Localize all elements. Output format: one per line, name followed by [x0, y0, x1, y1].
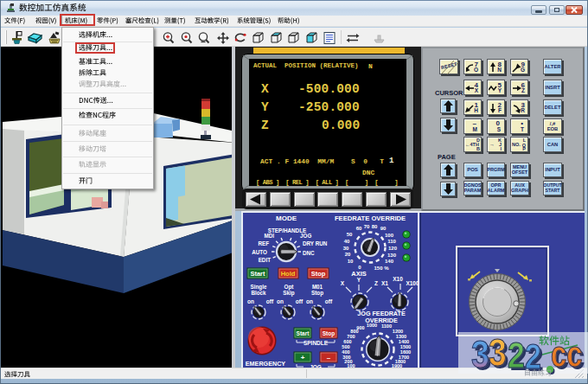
svg-text:Block: Block	[251, 290, 266, 296]
svg-text:150 %: 150 %	[374, 266, 389, 271]
svg-text:X100: X100	[406, 280, 419, 286]
svg-text:120: 120	[388, 246, 398, 251]
svg-text:DRY RUN: DRY RUN	[303, 240, 328, 246]
svg-text:on: on	[247, 298, 254, 304]
svg-text:110: 110	[387, 239, 396, 244]
svg-text:on: on	[306, 298, 313, 304]
svg-text:JOG: JOG	[300, 233, 311, 239]
svg-text:Start: Start	[250, 270, 265, 278]
svg-text:M01: M01	[312, 284, 323, 290]
svg-text:X10: X10	[393, 276, 403, 282]
svg-text:X1: X1	[381, 280, 388, 286]
svg-text:1000: 1000	[367, 323, 377, 328]
svg-text:Y: Y	[357, 277, 361, 283]
svg-text:Skip: Skip	[283, 290, 294, 297]
svg-text:70: 70	[364, 224, 370, 229]
svg-text:MDI: MDI	[264, 233, 274, 239]
svg-text:90: 90	[380, 226, 387, 231]
svg-text:60: 60	[356, 226, 362, 231]
svg-text:on: on	[277, 298, 284, 304]
svg-text:Stop: Stop	[323, 330, 335, 337]
svg-text:130: 130	[387, 253, 397, 258]
svg-text:50: 50	[347, 232, 353, 237]
svg-text:DNC: DNC	[303, 250, 315, 256]
svg-text:EDIT: EDIT	[259, 257, 271, 263]
svg-text:140: 140	[385, 259, 394, 264]
svg-text:40: 40	[344, 239, 350, 244]
svg-text:30: 30	[343, 246, 349, 251]
svg-text:Start: Start	[297, 330, 310, 336]
svg-text:EMERGENCY: EMERGENCY	[246, 360, 286, 368]
svg-text:Z: Z	[374, 280, 378, 286]
svg-text:1100: 1100	[381, 323, 392, 329]
svg-text:+: +	[301, 354, 305, 362]
svg-text:100: 100	[385, 233, 394, 238]
svg-text:REF: REF	[258, 240, 269, 246]
svg-text:AUTO: AUTO	[252, 249, 267, 255]
svg-text:SPINDLE: SPINDLE	[304, 340, 329, 346]
svg-text:X: X	[341, 280, 345, 286]
svg-text:off: off	[325, 298, 333, 304]
svg-text:Stop: Stop	[311, 270, 326, 278]
svg-text:MODE: MODE	[276, 214, 297, 222]
svg-text:–: –	[327, 354, 331, 362]
svg-text:80: 80	[372, 224, 378, 229]
svg-text:FEEDRATE OVERRIDE: FEEDRATE OVERRIDE	[335, 214, 406, 222]
svg-text:Hold: Hold	[281, 270, 296, 278]
svg-text:Stop: Stop	[311, 290, 323, 297]
svg-text:10: 10	[348, 259, 354, 264]
svg-text:off: off	[296, 298, 304, 304]
svg-text:20: 20	[345, 252, 351, 257]
svg-text:off: off	[266, 298, 274, 304]
